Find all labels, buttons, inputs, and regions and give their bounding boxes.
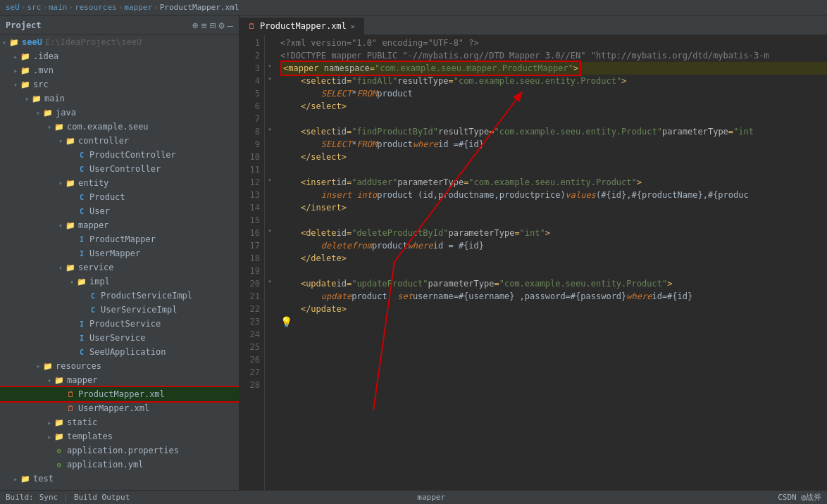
tree-item-ProductController[interactable]: ▸ C ProductController [0,148,239,162]
tree-label: mapper [67,375,97,385]
minimize-icon[interactable]: — [228,20,233,31]
tree-item-UserService[interactable]: ▸ I UserService [0,331,239,345]
build-label: Build: [6,493,34,502]
fold-arrow-12[interactable]: ▾ [265,176,275,189]
code-line-13: insert into product (id,productname,prod… [280,189,827,201]
bottom-bar: Build: Sync | Build Output mapper CSDN @… [0,490,827,504]
add-icon[interactable]: ⊕ [192,20,198,31]
tree-item-SeeUApplication[interactable]: ▸ C SeeUApplication [0,345,239,359]
tree-arrow: ▸ [11,475,20,483]
build-output-button[interactable]: Build Output [74,493,130,502]
expand-icon[interactable]: ⊟ [210,20,216,31]
tree-arrow: ▾ [23,95,31,103]
tree-item-resources[interactable]: ▾ 📁 resources [0,359,239,373]
tree-item-UserMapper[interactable]: ▸ I UserMapper [0,246,239,260]
breadcrumb-seg-5[interactable]: mapper [124,3,152,12]
tree-item-ProductMapper[interactable]: ▸ I ProductMapper [0,232,239,246]
tree-item-application-yml[interactable]: ▸ ⚙ application.yml [0,458,239,472]
tree-label: UserServiceImpl [101,305,177,315]
tree-item-service[interactable]: ▾ 📁 service [0,260,239,275]
tab-ProductMapper[interactable]: 🗒 ProductMapper.xml ✕ [240,18,364,34]
editor-content: 12345 678910 1112131415 1617181920 21222… [240,35,827,490]
tree-label: application.yml [67,460,143,470]
tree-label: src [33,80,49,89]
fold-arrow-8[interactable]: ▾ [265,125,275,138]
tree-label: seeU [22,37,42,47]
tree-item-mapper-res[interactable]: ▾ 📁 mapper [0,373,239,387]
code-line-22: </update> [280,303,827,315]
fold-arrow-20[interactable]: ▾ [265,277,275,290]
java-icon: C [76,194,87,201]
sync-button[interactable]: Sync [39,493,58,502]
tree-item-seeU[interactable]: ▾ 📁 seeU E:\IdeaProject\seeU [0,35,239,49]
tree-item-application-properties[interactable]: ▸ ⚙ application.properties [0,443,239,458]
fold-arrow-3[interactable]: ▾ [265,62,275,75]
tree-item-mvn[interactable]: ▸ 📁 .mvn [0,63,239,77]
tree-label: SeeUApplication [89,347,166,357]
tree-item-static[interactable]: ▸ 📁 static [0,415,239,429]
breadcrumb-seg-4[interactable]: resources [75,3,117,12]
tree-item-mapper-java[interactable]: ▾ 📁 mapper [0,218,239,232]
code-line-24 [280,328,827,341]
fold-arrow-4[interactable]: ▾ [265,75,275,87]
java-icon: C [87,306,99,314]
folder-icon: 📁 [8,38,20,47]
tree-item-idea[interactable]: ▸ 📁 .idea [0,49,239,63]
tree-label: java [56,108,76,118]
tree-label: mapper [78,220,108,230]
tree-label: ProductMapper.xml [78,389,165,399]
collapse-icon[interactable]: ≡ [201,20,206,31]
settings-icon[interactable]: ⚙ [218,20,224,31]
tree-item-templates[interactable]: ▸ 📁 templates [0,429,239,443]
code-line-28 [280,379,827,391]
folder-icon: 📁 [31,94,42,103]
breadcrumb-seg-1[interactable]: seU [6,3,20,12]
tree-item-UserController[interactable]: ▸ C UserController [0,162,239,176]
prop-icon: ⚙ [54,461,65,469]
tree-label: UserMapper [89,248,140,258]
tree-label: static [67,417,97,427]
tree-label: com.example.seeu [67,122,149,132]
folder-icon: 📁 [65,137,76,146]
tree-item-java[interactable]: ▾ 📁 java [0,106,239,120]
code-line-1: <?xml version="1.0" encoding="UTF-8" ?> [280,37,827,49]
folder-icon: 📁 [20,80,31,89]
breadcrumb-seg-3[interactable]: main [49,3,68,12]
fold-arrow-16[interactable]: ▾ [265,227,275,239]
editor-tabs: 🗒 ProductMapper.xml ✕ [240,15,827,35]
tree-item-com-example[interactable]: ▾ 📁 com.example.seeu [0,120,239,134]
tree-arrow: ▾ [56,264,65,272]
line-numbers: 12345 678910 1112131415 1617181920 21222… [240,35,265,490]
tree-item-impl[interactable]: ▾ 📁 impl [0,275,239,289]
xml-icon: 🗒 [65,404,76,413]
tree-item-UserServiceImpl[interactable]: ▸ C UserServiceImpl [0,303,239,317]
tree-arrow: ▾ [45,123,54,131]
tree-arrow: ▾ [0,39,8,46]
folder-icon: 📁 [20,66,31,75]
tree-arrow: ▾ [34,109,42,117]
tree-item-Product[interactable]: ▸ C Product [0,190,239,204]
folder-icon: 📁 [65,263,76,272]
tree-item-ProductServiceImpl[interactable]: ▸ C ProductServiceImpl [0,289,239,303]
tree-arrow: ▾ [11,81,20,89]
folder-icon: 📁 [65,179,76,188]
tree-item-test[interactable]: ▸ 📁 test [0,472,239,486]
tree-arrow: ▸ [11,67,20,75]
sidebar-toolbar: ⊕ ≡ ⊟ ⚙ — [192,20,233,31]
lightbulb-icon[interactable]: 💡 [280,315,292,328]
breadcrumb-seg-2[interactable]: src [27,3,42,12]
tree-item-ProductService[interactable]: ▸ I ProductService [0,317,239,331]
folder-icon: 📁 [76,277,87,286]
tree-item-controller[interactable]: ▾ 📁 controller [0,134,239,148]
tree-item-User[interactable]: ▸ C User [0,204,239,218]
code-line-21: update product set username=#{username} … [280,290,827,303]
tree-item-UserMapper-xml[interactable]: ▸ 🗒 UserMapper.xml [0,401,239,415]
tree-item-main[interactable]: ▾ 📁 main [0,92,239,106]
tree-item-ProductMapper-xml[interactable]: ▸ 🗒 ProductMapper.xml [0,387,239,401]
tab-close-button[interactable]: ✕ [351,23,355,30]
tree-label: service [78,263,114,272]
tree-item-src[interactable]: ▾ 📁 src [0,77,239,92]
code-editor[interactable]: <?xml version="1.0" encoding="UTF-8" ?> … [275,35,827,490]
tree-label: main [44,94,65,103]
tree-item-entity[interactable]: ▾ 📁 entity [0,176,239,190]
